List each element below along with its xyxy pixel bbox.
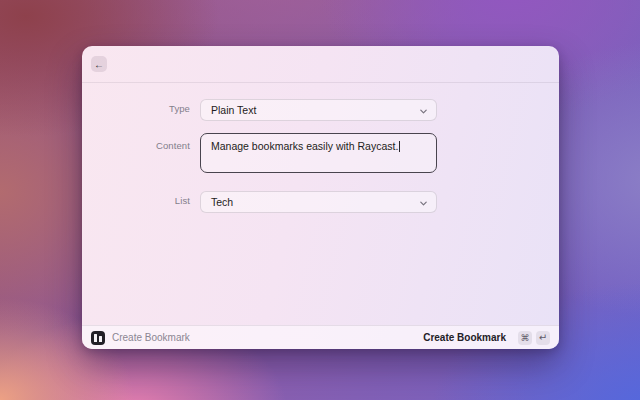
desktop-background: ← Type Plain Text Content Manage bookmar…: [0, 0, 640, 400]
command-name: Create Bookmark: [112, 332, 190, 343]
type-label: Type: [82, 103, 190, 114]
window-header: ←: [82, 46, 559, 83]
content-label: Content: [82, 140, 190, 151]
bookmarks-icon-right-bar: [99, 336, 102, 342]
chevron-down-icon: [419, 199, 428, 208]
list-dropdown-value: Tech: [211, 192, 233, 213]
chevron-down-icon: [419, 107, 428, 116]
list-dropdown[interactable]: Tech: [200, 191, 437, 213]
list-label: List: [82, 195, 190, 206]
return-key-icon: ↵: [536, 331, 550, 345]
bookmarks-icon-left-bar: [94, 334, 97, 342]
back-button[interactable]: ←: [91, 56, 107, 72]
command-key-icon: ⌘: [518, 331, 532, 345]
type-dropdown-value: Plain Text: [211, 100, 256, 121]
type-dropdown[interactable]: Plain Text: [200, 99, 437, 121]
primary-action-button[interactable]: Create Bookmark: [423, 332, 506, 343]
raycast-window: ← Type Plain Text Content Manage bookmar…: [82, 46, 559, 349]
content-text: Manage bookmarks easily with Raycast.: [211, 140, 398, 152]
content-textarea[interactable]: Manage bookmarks easily with Raycast.: [200, 133, 437, 173]
window-footer: Create Bookmark Create Bookmark ⌘ ↵: [82, 325, 559, 349]
text-caret: [399, 141, 400, 152]
back-arrow-icon: ←: [94, 59, 104, 70]
bookmarks-app-icon: [91, 331, 105, 345]
